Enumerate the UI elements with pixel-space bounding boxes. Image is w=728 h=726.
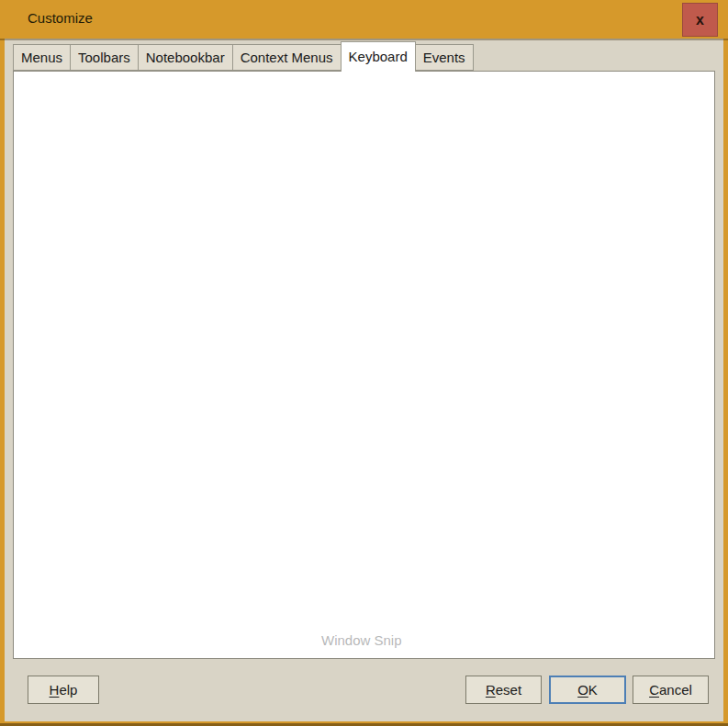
tab[interactable]: Menus xyxy=(13,44,71,71)
keyboard-tab-panel xyxy=(13,71,715,659)
reset-button[interactable]: Reset xyxy=(465,676,542,704)
customize-dialog: Customize x MenusToolbarsNotebookbarCont… xyxy=(0,0,728,726)
tab[interactable]: Events xyxy=(415,44,474,71)
close-icon: x xyxy=(696,12,704,28)
tab-bar: MenusToolbarsNotebookbarContext MenusKey… xyxy=(13,41,474,71)
help-button[interactable]: Help xyxy=(28,676,99,704)
tab[interactable]: Notebookbar xyxy=(138,44,233,71)
close-button[interactable]: x xyxy=(682,3,718,37)
tab[interactable]: Context Menus xyxy=(232,44,342,71)
titlebar[interactable]: Customize x xyxy=(0,0,728,39)
tab[interactable]: Keyboard xyxy=(341,41,416,72)
ok-button[interactable]: OK xyxy=(549,676,626,704)
cancel-button[interactable]: Cancel xyxy=(633,676,709,704)
tab[interactable]: Toolbars xyxy=(70,44,139,71)
window-title: Customize xyxy=(28,0,93,37)
